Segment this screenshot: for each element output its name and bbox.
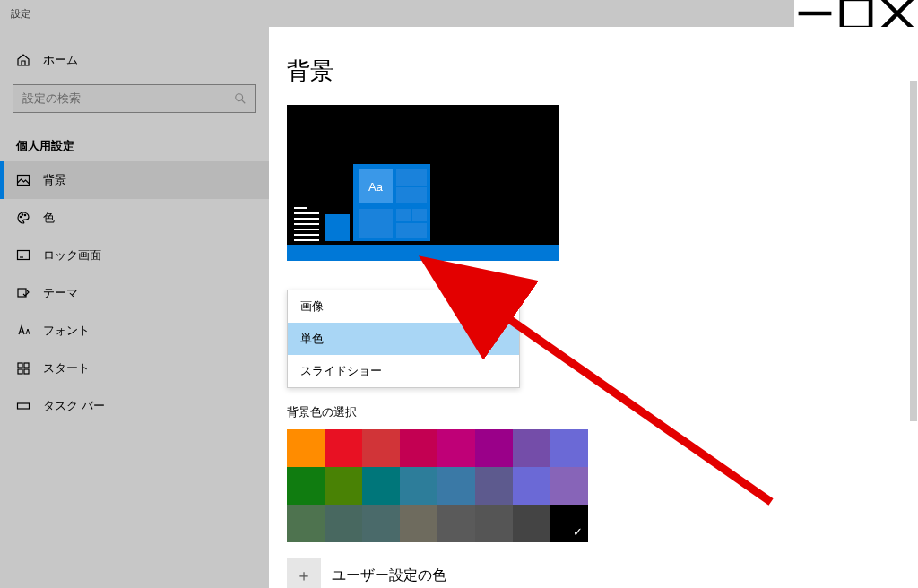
svg-rect-14 xyxy=(24,363,29,368)
sidebar-item-themes[interactable]: テーマ xyxy=(0,274,269,312)
sidebar: ホーム 設定の検索 個人用設定 背景 色 ロック画面 テーマ フォント xyxy=(0,27,269,588)
svg-rect-16 xyxy=(24,369,29,374)
color-swatch[interactable] xyxy=(287,467,325,505)
color-swatch[interactable] xyxy=(550,429,588,467)
color-swatch[interactable] xyxy=(513,429,550,467)
sidebar-item-label: 背景 xyxy=(43,172,66,188)
svg-rect-1 xyxy=(842,0,870,28)
fonts-icon xyxy=(16,324,30,338)
color-swatch[interactable] xyxy=(362,505,400,542)
color-swatch[interactable] xyxy=(437,505,475,542)
sidebar-item-taskbar[interactable]: タスク バー xyxy=(0,387,269,425)
close-button[interactable] xyxy=(877,0,918,27)
custom-color-label: ユーザー設定の色 xyxy=(332,566,446,585)
color-swatch[interactable] xyxy=(325,467,362,505)
sidebar-item-colors[interactable]: 色 xyxy=(0,199,269,237)
sidebar-item-fonts[interactable]: フォント xyxy=(0,312,269,350)
lockscreen-icon xyxy=(16,248,30,263)
svg-point-7 xyxy=(20,216,21,217)
color-swatch[interactable] xyxy=(437,429,475,467)
sidebar-item-label: 色 xyxy=(43,210,55,226)
titlebar: 設定 xyxy=(0,0,918,27)
scrollbar[interactable] xyxy=(905,27,918,588)
color-swatch[interactable] xyxy=(513,467,550,505)
section-title: 個人用設定 xyxy=(0,122,269,161)
color-swatch[interactable] xyxy=(400,505,437,542)
palette-icon xyxy=(16,211,30,225)
preview-list-icon xyxy=(294,207,319,241)
search-icon xyxy=(234,92,247,105)
sidebar-item-label: タスク バー xyxy=(43,398,105,414)
home-icon xyxy=(16,53,30,67)
color-swatch[interactable] xyxy=(325,505,362,542)
search-input[interactable]: 設定の検索 xyxy=(13,84,256,113)
color-swatch[interactable] xyxy=(325,429,362,467)
color-swatch[interactable] xyxy=(400,467,437,505)
sidebar-item-lockscreen[interactable]: ロック画面 xyxy=(0,237,269,274)
color-swatch[interactable] xyxy=(550,505,588,542)
dropdown-option-solid[interactable]: 単色 xyxy=(288,323,519,355)
sidebar-item-label: スタート xyxy=(43,360,90,376)
color-swatch[interactable] xyxy=(513,505,550,542)
svg-rect-15 xyxy=(18,369,22,374)
svg-point-4 xyxy=(236,94,243,101)
sidebar-item-label: テーマ xyxy=(43,285,78,301)
main-panel: 背景 Aa 画像 単色 スライドショー 背景色の選択 ＋ ユーザー設定の色 xyxy=(269,27,918,588)
svg-rect-10 xyxy=(18,251,30,260)
color-swatch[interactable] xyxy=(475,505,513,542)
desktop-preview: Aa xyxy=(287,105,559,261)
sidebar-item-label: ロック画面 xyxy=(43,247,101,264)
minimize-button[interactable] xyxy=(794,0,836,27)
color-swatch[interactable] xyxy=(437,467,475,505)
sidebar-item-label: フォント xyxy=(43,323,90,339)
color-swatch[interactable] xyxy=(287,429,325,467)
svg-rect-6 xyxy=(18,176,30,186)
home-link[interactable]: ホーム xyxy=(0,45,269,75)
dropdown-option-slideshow[interactable]: スライドショー xyxy=(288,355,519,387)
dropdown-option-image[interactable]: 画像 xyxy=(288,290,519,323)
color-swatch[interactable] xyxy=(287,505,325,542)
page-title: 背景 xyxy=(287,56,918,87)
color-swatch[interactable] xyxy=(550,467,588,505)
home-label: ホーム xyxy=(43,52,78,68)
start-icon xyxy=(16,361,30,376)
add-custom-color-button[interactable]: ＋ xyxy=(287,558,321,588)
taskbar-icon xyxy=(16,399,30,413)
color-swatch[interactable] xyxy=(475,429,513,467)
scrollbar-thumb[interactable] xyxy=(910,81,917,421)
color-swatches xyxy=(287,429,918,542)
bg-color-label: 背景色の選択 xyxy=(287,404,918,420)
color-swatch[interactable] xyxy=(362,429,400,467)
svg-rect-17 xyxy=(18,403,30,409)
app-title: 設定 xyxy=(0,7,30,21)
maximize-button[interactable] xyxy=(836,0,877,27)
sample-text-tile: Aa xyxy=(359,169,393,203)
svg-point-8 xyxy=(22,214,22,215)
sidebar-item-background[interactable]: 背景 xyxy=(0,161,269,199)
svg-rect-13 xyxy=(18,363,22,368)
picture-icon xyxy=(16,173,30,187)
themes-icon xyxy=(16,286,30,300)
svg-line-5 xyxy=(242,100,246,104)
search-placeholder: 設定の検索 xyxy=(22,91,81,107)
color-swatch[interactable] xyxy=(475,467,513,505)
svg-point-9 xyxy=(24,214,25,215)
background-type-dropdown[interactable]: 画像 単色 スライドショー xyxy=(287,290,520,388)
color-swatch[interactable] xyxy=(400,429,437,467)
sidebar-item-start[interactable]: スタート xyxy=(0,350,269,387)
color-swatch[interactable] xyxy=(362,467,400,505)
